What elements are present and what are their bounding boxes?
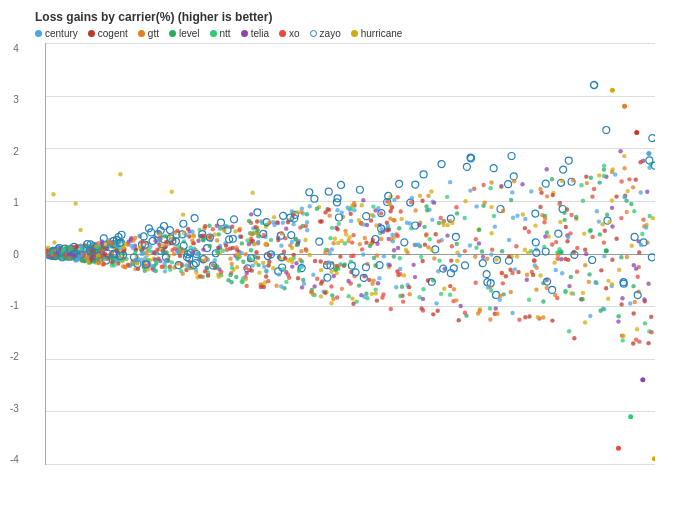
y-label-4: 4 (13, 43, 19, 54)
legend-label-hurricane: hurricane (361, 28, 403, 39)
legend-item-xo: xo (279, 28, 300, 39)
chart-title: Loss gains by carrier(%) (higher is bett… (35, 10, 655, 24)
legend-item-hurricane: hurricane (351, 28, 403, 39)
legend: century cogent gtt level ntt telia xo z (35, 28, 655, 39)
chart-container: Loss gains by carrier(%) (higher is bett… (0, 0, 675, 517)
plot-area (45, 43, 655, 465)
y-axis-labels: 4 3 2 1 0 -1 -2 -3 -4 (10, 43, 19, 465)
legend-item-century: century (35, 28, 78, 39)
legend-item-level: level (169, 28, 200, 39)
y-label-n2: -2 (10, 351, 19, 362)
legend-item-gtt: gtt (138, 28, 159, 39)
legend-dot-ntt (210, 30, 217, 37)
y-label-1: 1 (13, 197, 19, 208)
legend-item-cogent: cogent (88, 28, 128, 39)
legend-label-century: century (45, 28, 78, 39)
y-label-n1: -1 (10, 300, 19, 311)
legend-dot-level (169, 30, 176, 37)
legend-item-telia: telia (241, 28, 269, 39)
scatter-canvas (46, 43, 655, 464)
y-label-n3: -3 (10, 403, 19, 414)
legend-dot-zayo (310, 30, 317, 37)
legend-label-level: level (179, 28, 200, 39)
legend-label-xo: xo (289, 28, 300, 39)
y-label-3: 3 (13, 94, 19, 105)
legend-dot-gtt (138, 30, 145, 37)
legend-dot-century (35, 30, 42, 37)
legend-item-zayo: zayo (310, 28, 341, 39)
legend-label-gtt: gtt (148, 28, 159, 39)
legend-label-cogent: cogent (98, 28, 128, 39)
legend-label-ntt: ntt (220, 28, 231, 39)
plot-wrapper: 4 3 2 1 0 -1 -2 -3 -4 (45, 43, 655, 465)
legend-label-telia: telia (251, 28, 269, 39)
y-label-2: 2 (13, 146, 19, 157)
y-label-n4: -4 (10, 454, 19, 465)
legend-item-ntt: ntt (210, 28, 231, 39)
y-label-0: 0 (13, 249, 19, 260)
legend-dot-telia (241, 30, 248, 37)
legend-dot-hurricane (351, 30, 358, 37)
legend-dot-cogent (88, 30, 95, 37)
legend-label-zayo: zayo (320, 28, 341, 39)
legend-dot-xo (279, 30, 286, 37)
